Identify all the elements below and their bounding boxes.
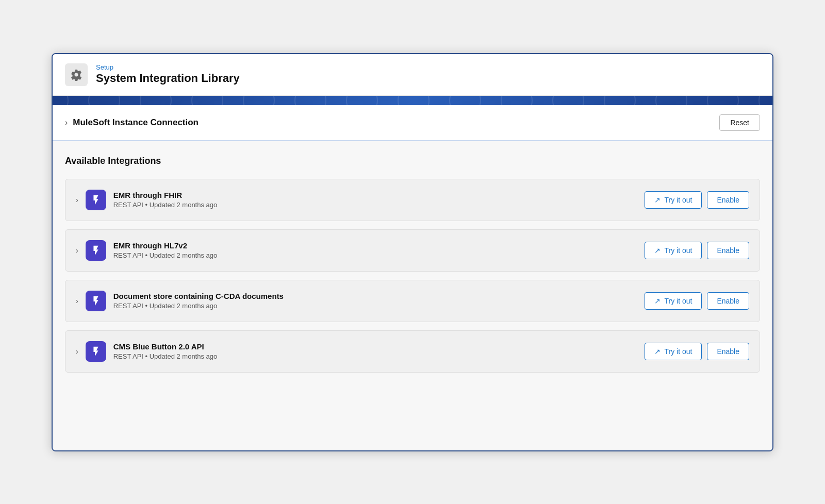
card-name-4: CMS Blue Button 2.0 API — [113, 342, 218, 351]
integration-list: › EMR through FHIR REST API • Updated 2 … — [65, 179, 760, 373]
card-info-2: EMR through HL7v2 REST API • Updated 2 m… — [113, 241, 218, 259]
page-title: System Integration Library — [96, 71, 240, 86]
card-name-2: EMR through HL7v2 — [113, 241, 218, 250]
card-name-1: EMR through FHIR — [113, 191, 218, 199]
mulesoft-chevron-icon[interactable]: › — [65, 118, 68, 127]
card-icon-2 — [86, 240, 106, 261]
mulesoft-title: MuleSoft Instance Connection — [73, 117, 199, 128]
external-link-icon-3: ↗ — [654, 297, 661, 305]
card-chevron-1[interactable]: › — [76, 196, 78, 204]
page-header: Setup System Integration Library — [53, 54, 772, 96]
integration-card-1: › EMR through FHIR REST API • Updated 2 … — [65, 179, 760, 221]
card-name-3: Document store containing C-CDA document… — [113, 292, 284, 300]
external-link-icon-2: ↗ — [654, 246, 661, 255]
card-actions-2: ↗ Try it out Enable — [645, 242, 749, 259]
mulesoft-left: › MuleSoft Instance Connection — [65, 117, 199, 128]
try-button-1[interactable]: ↗ Try it out — [645, 191, 702, 209]
card-left-1: › EMR through FHIR REST API • Updated 2 … — [76, 190, 217, 210]
external-link-icon-1: ↗ — [654, 196, 661, 204]
integration-card-3: › Document store containing C-CDA docume… — [65, 280, 760, 322]
integration-card-2: › EMR through HL7v2 REST API • Updated 2… — [65, 229, 760, 272]
external-link-icon-4: ↗ — [654, 347, 661, 356]
card-chevron-3[interactable]: › — [76, 297, 78, 305]
card-info-4: CMS Blue Button 2.0 API REST API • Updat… — [113, 342, 218, 360]
mulesoft-section: › MuleSoft Instance Connection Reset — [53, 105, 772, 141]
card-left-4: › CMS Blue Button 2.0 API REST API • Upd… — [76, 341, 217, 362]
reset-button[interactable]: Reset — [719, 114, 760, 131]
card-info-1: EMR through FHIR REST API • Updated 2 mo… — [113, 191, 218, 209]
card-meta-2: REST API • Updated 2 months ago — [113, 251, 218, 259]
card-left-2: › EMR through HL7v2 REST API • Updated 2… — [76, 240, 217, 261]
integration-card-4: › CMS Blue Button 2.0 API REST API • Upd… — [65, 330, 760, 373]
enable-button-3[interactable]: Enable — [707, 292, 749, 310]
card-actions-1: ↗ Try it out Enable — [645, 191, 749, 209]
enable-button-2[interactable]: Enable — [707, 242, 749, 259]
card-icon-3 — [86, 291, 106, 311]
available-integrations-title: Available Integrations — [65, 156, 760, 166]
gear-icon — [65, 63, 88, 86]
blue-banner — [53, 96, 772, 105]
card-actions-4: ↗ Try it out Enable — [645, 343, 749, 360]
enable-button-4[interactable]: Enable — [707, 343, 749, 360]
try-button-3[interactable]: ↗ Try it out — [645, 292, 702, 310]
try-button-4[interactable]: ↗ Try it out — [645, 343, 702, 360]
card-icon-4 — [86, 341, 106, 362]
card-meta-4: REST API • Updated 2 months ago — [113, 352, 218, 360]
card-actions-3: ↗ Try it out Enable — [645, 292, 749, 310]
main-content: Available Integrations › EMR through FHI… — [53, 141, 772, 450]
breadcrumb: Setup — [96, 63, 240, 71]
card-icon-1 — [86, 190, 106, 210]
card-chevron-4[interactable]: › — [76, 347, 78, 356]
enable-button-1[interactable]: Enable — [707, 191, 749, 209]
header-text: Setup System Integration Library — [96, 63, 240, 86]
card-info-3: Document store containing C-CDA document… — [113, 292, 284, 310]
card-left-3: › Document store containing C-CDA docume… — [76, 291, 284, 311]
card-chevron-2[interactable]: › — [76, 246, 78, 255]
card-meta-1: REST API • Updated 2 months ago — [113, 201, 218, 209]
card-meta-3: REST API • Updated 2 months ago — [113, 302, 284, 310]
main-window: Setup System Integration Library › MuleS… — [52, 53, 773, 451]
try-button-2[interactable]: ↗ Try it out — [645, 242, 702, 259]
